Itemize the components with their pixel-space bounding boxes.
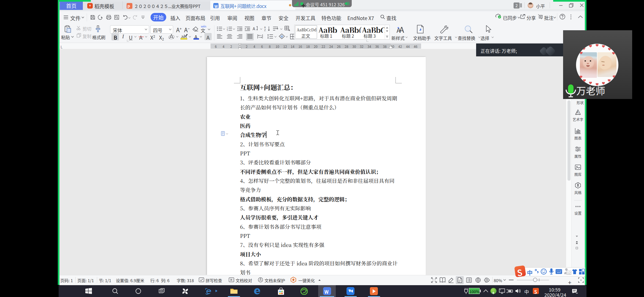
svg-text:3: 3 <box>227 29 228 31</box>
svg-text:A: A <box>253 26 255 31</box>
svg-text:A: A <box>399 25 404 34</box>
svg-text:Z: Z <box>264 28 266 31</box>
svg-text:A: A <box>577 110 579 114</box>
